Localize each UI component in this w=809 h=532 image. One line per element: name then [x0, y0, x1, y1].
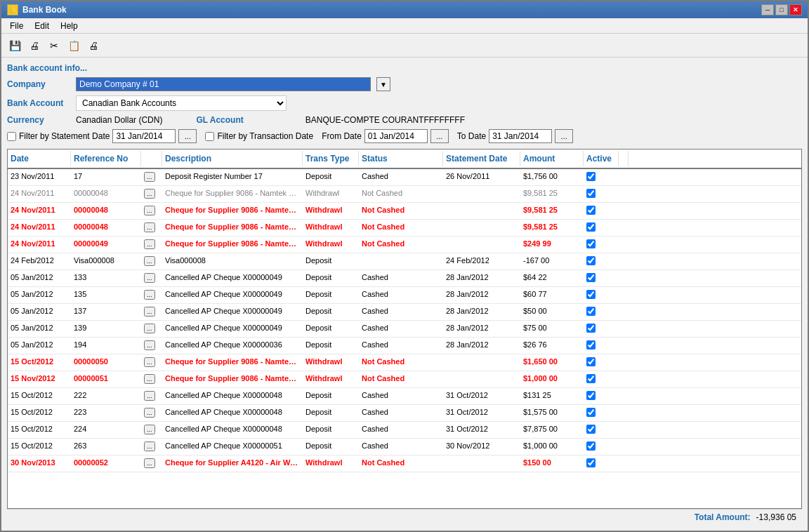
- company-input[interactable]: [76, 77, 371, 91]
- to-date-browse[interactable]: ...: [555, 129, 573, 143]
- cell-status: Not Cashed: [359, 372, 443, 387]
- filter-statement-checkbox[interactable]: [7, 132, 16, 141]
- cell-browse[interactable]: ...: [141, 170, 162, 185]
- cell-trans: Withdrawl: [303, 220, 359, 235]
- cell-status: Cashed: [359, 288, 443, 302]
- close-button[interactable]: ✕: [789, 4, 802, 15]
- filter-statement-date[interactable]: [112, 129, 176, 143]
- col-header-desc: Description: [162, 151, 303, 166]
- table-row: 05 Jan/2012 194 ... Cancelled AP Cheque …: [8, 338, 801, 354]
- toolbar-clipboard-button[interactable]: 📋: [65, 36, 83, 55]
- cell-desc: Cancelled AP Cheque X00000049: [162, 288, 303, 302]
- col-header-browse: [141, 151, 162, 166]
- cell-date: 05 Jan/2012: [8, 305, 71, 319]
- cell-amount: $50 00: [520, 305, 584, 319]
- cell-date: 30 Nov/2013: [8, 456, 71, 471]
- cell-extra: [619, 355, 629, 370]
- table-row: 24 Nov/2011 00000049 ... Cheque for Supp…: [8, 237, 801, 253]
- cell-browse[interactable]: ...: [141, 187, 162, 201]
- cell-active[interactable]: [584, 237, 619, 252]
- cell-status: Not Cashed: [359, 187, 443, 201]
- cell-browse[interactable]: ...: [141, 271, 162, 286]
- toolbar-cut-button[interactable]: ✂: [45, 36, 63, 55]
- cell-active[interactable]: [584, 456, 619, 471]
- cell-browse[interactable]: ...: [141, 254, 162, 269]
- cell-extra: [619, 321, 629, 336]
- cell-active[interactable]: [584, 372, 619, 387]
- cell-stmt-date: 30 Nov/2012: [443, 439, 520, 454]
- menu-edit[interactable]: Edit: [29, 20, 55, 32]
- title-bar: 📒 Bank Book ─ □ ✕: [1, 1, 808, 18]
- cell-amount: $1,575 00: [520, 406, 584, 420]
- cell-active[interactable]: [584, 204, 619, 218]
- toolbar-print2-button[interactable]: 🖨: [84, 36, 103, 55]
- cell-ref: 224: [71, 423, 141, 437]
- cell-browse[interactable]: ...: [141, 372, 162, 387]
- cell-browse[interactable]: ...: [141, 355, 162, 370]
- cell-status: Not Cashed: [359, 204, 443, 218]
- company-dropdown-button[interactable]: ▼: [376, 77, 390, 91]
- maximize-button[interactable]: □: [775, 4, 788, 15]
- cell-browse[interactable]: ...: [141, 237, 162, 252]
- cell-date: 24 Nov/2011: [8, 204, 71, 218]
- table-row: 15 Oct/2012 224 ... Cancelled AP Cheque …: [8, 422, 801, 439]
- cell-trans: Withdrawl: [303, 187, 359, 201]
- cell-ref: 00000051: [71, 372, 141, 387]
- from-date-input[interactable]: [364, 129, 428, 143]
- cell-browse[interactable]: ...: [141, 406, 162, 420]
- cell-active[interactable]: [584, 254, 619, 269]
- toolbar: 💾 🖨 ✂ 📋 🖨: [1, 34, 808, 58]
- menu-bar: File Edit Help: [1, 18, 808, 34]
- cell-active[interactable]: [584, 423, 619, 437]
- cell-active[interactable]: [584, 355, 619, 370]
- cell-browse[interactable]: ...: [141, 423, 162, 437]
- cell-extra: [619, 220, 629, 235]
- cell-active[interactable]: [584, 187, 619, 201]
- cell-browse[interactable]: ...: [141, 220, 162, 235]
- cell-browse[interactable]: ...: [141, 321, 162, 336]
- cell-active[interactable]: [584, 288, 619, 302]
- cell-extra: [619, 237, 629, 252]
- filter-statement-browse[interactable]: ...: [178, 129, 197, 143]
- cell-browse[interactable]: ...: [141, 305, 162, 319]
- cell-active[interactable]: [584, 271, 619, 286]
- cell-stmt-date: 26 Nov/2011: [443, 170, 520, 185]
- cell-stmt-date: 31 Oct/2012: [443, 406, 520, 420]
- cell-active[interactable]: [584, 321, 619, 336]
- cell-browse[interactable]: ...: [141, 439, 162, 454]
- cell-ref: 00000052: [71, 456, 141, 471]
- cell-active[interactable]: [584, 338, 619, 353]
- cell-active[interactable]: [584, 389, 619, 404]
- menu-file[interactable]: File: [4, 20, 29, 32]
- cell-active[interactable]: [584, 305, 619, 319]
- from-date-browse[interactable]: ...: [430, 129, 449, 143]
- table-row: 15 Oct/2012 263 ... Cancelled AP Cheque …: [8, 439, 801, 455]
- cell-browse[interactable]: ...: [141, 288, 162, 302]
- to-date-input[interactable]: [489, 129, 552, 143]
- cell-trans: Withdrawl: [303, 237, 359, 252]
- filter-row: Filter by Statement Date ... Filter by T…: [7, 129, 802, 143]
- menu-help[interactable]: Help: [55, 20, 84, 32]
- cell-browse[interactable]: ...: [141, 456, 162, 471]
- bank-account-select[interactable]: Canadian Bank Accounts: [76, 95, 287, 111]
- filter-transaction-checkbox[interactable]: [205, 132, 214, 141]
- toolbar-print-button[interactable]: 🖨: [25, 36, 44, 55]
- cell-active[interactable]: [584, 439, 619, 454]
- cell-ref: 133: [71, 271, 141, 286]
- col-header-status: Status: [359, 151, 443, 166]
- cell-desc: Cancelled AP Cheque X00000036: [162, 338, 303, 353]
- cell-active[interactable]: [584, 170, 619, 185]
- title-bar-left: 📒 Bank Book: [7, 4, 67, 15]
- cell-browse[interactable]: ...: [141, 204, 162, 218]
- cell-extra: [619, 288, 629, 302]
- cell-date: 24 Feb/2012: [8, 254, 71, 269]
- toolbar-save-button[interactable]: 💾: [6, 36, 24, 55]
- filter-transaction-group: Filter by Transaction Date: [205, 131, 313, 141]
- cell-stmt-date: 28 Jan/2012: [443, 338, 520, 353]
- cell-active[interactable]: [584, 220, 619, 235]
- cell-active[interactable]: [584, 406, 619, 420]
- minimize-button[interactable]: ─: [761, 4, 774, 15]
- cell-trans: Deposit: [303, 321, 359, 336]
- cell-browse[interactable]: ...: [141, 389, 162, 404]
- cell-browse[interactable]: ...: [141, 338, 162, 353]
